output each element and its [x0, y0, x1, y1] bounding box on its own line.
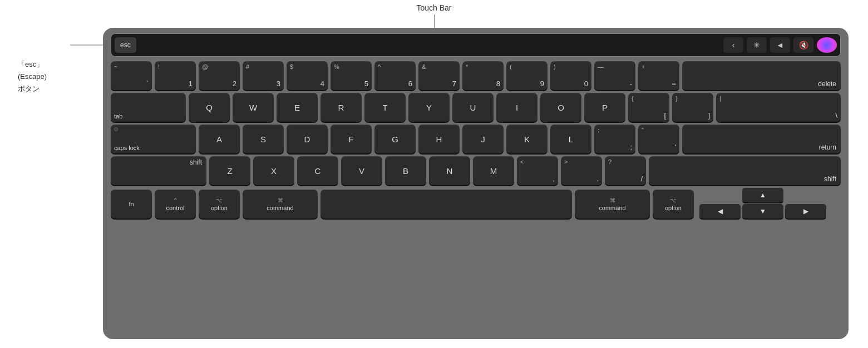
key-a[interactable]: A	[199, 125, 240, 153]
key-equals[interactable]: +=	[638, 61, 679, 90]
key-tab[interactable]: tab	[111, 93, 186, 122]
key-n[interactable]: N	[429, 156, 470, 185]
tb-volume-btn[interactable]: ◄	[770, 37, 790, 53]
key-0[interactable]: )0	[550, 61, 591, 90]
key-w[interactable]: W	[233, 93, 274, 122]
page-container: Touch Bar 「esc」(Escape)ボタン esc ‹ ✳ ◄ 🔇 ~…	[0, 0, 868, 348]
keyboard: esc ‹ ✳ ◄ 🔇 ~` !1 @2 #3 $4 %5 ^6 &7	[103, 28, 849, 339]
zxcv-row: shift Z X C V B N M <, >. ?/ shift	[111, 156, 841, 185]
asdf-row: caps lock A S D F G H J K L :; "' return	[111, 125, 841, 153]
key-return[interactable]: return	[682, 125, 841, 153]
key-m[interactable]: M	[473, 156, 514, 185]
key-close-bracket[interactable]: }]	[672, 93, 713, 122]
key-f[interactable]: F	[331, 125, 372, 153]
key-capslock[interactable]: caps lock	[111, 125, 196, 153]
key-d[interactable]: D	[287, 125, 328, 153]
key-p[interactable]: P	[584, 93, 625, 122]
key-y[interactable]: Y	[408, 93, 450, 122]
key-7[interactable]: &7	[418, 61, 460, 90]
key-option-left[interactable]: ⌥option	[199, 190, 240, 218]
touch-bar: esc ‹ ✳ ◄ 🔇	[111, 33, 841, 57]
key-space[interactable]	[320, 190, 572, 218]
key-k[interactable]: K	[506, 125, 548, 153]
touch-bar-label: Touch Bar	[416, 3, 451, 12]
key-backtick[interactable]: ~`	[111, 61, 152, 90]
key-9[interactable]: (9	[506, 61, 548, 90]
key-o[interactable]: O	[540, 93, 581, 122]
key-semicolon[interactable]: :;	[594, 125, 635, 153]
key-e[interactable]: E	[277, 93, 318, 122]
key-i[interactable]: I	[496, 93, 537, 122]
esc-key[interactable]: esc	[115, 37, 136, 53]
key-arrow-down[interactable]: ▼	[742, 204, 783, 218]
bottom-row: fn ^control ⌥option ⌘command ⌘command ⌥o…	[111, 188, 841, 218]
key-rows: ~` !1 @2 #3 $4 %5 ^6 &7 *8 (9 )0 —- += d…	[111, 61, 841, 218]
key-g[interactable]: G	[374, 125, 416, 153]
tb-siri-btn[interactable]	[817, 37, 837, 53]
arrow-cluster: ▲ ◀ ▼ ▶	[699, 188, 826, 218]
key-r[interactable]: R	[320, 93, 362, 122]
key-x[interactable]: X	[253, 156, 294, 185]
key-backslash[interactable]: |\	[716, 93, 841, 122]
key-s[interactable]: S	[243, 125, 284, 153]
key-quote[interactable]: "'	[638, 125, 679, 153]
key-u[interactable]: U	[452, 93, 494, 122]
key-option-right[interactable]: ⌥option	[653, 190, 694, 218]
tb-brightness-btn[interactable]: ✳	[747, 37, 767, 53]
qwerty-row: tab Q W E R T Y U I O P {[ }] |\	[111, 93, 841, 122]
key-c[interactable]: C	[297, 156, 338, 185]
key-q[interactable]: Q	[189, 93, 230, 122]
tb-chevron-btn[interactable]: ‹	[723, 37, 743, 53]
key-5[interactable]: %5	[331, 61, 372, 90]
key-fn[interactable]: fn	[111, 190, 152, 218]
key-period[interactable]: >.	[561, 156, 602, 185]
key-2[interactable]: @2	[199, 61, 240, 90]
key-8[interactable]: *8	[462, 61, 504, 90]
key-j[interactable]: J	[462, 125, 504, 153]
esc-callout-label: 「esc」(Escape)ボタン	[18, 58, 47, 95]
key-3[interactable]: #3	[243, 61, 284, 90]
key-comma[interactable]: <,	[517, 156, 558, 185]
key-arrow-right[interactable]: ▶	[785, 204, 826, 218]
key-shift-left[interactable]: shift	[111, 156, 206, 185]
key-t[interactable]: T	[364, 93, 406, 122]
key-l[interactable]: L	[550, 125, 591, 153]
key-minus[interactable]: —-	[594, 61, 635, 90]
key-v[interactable]: V	[341, 156, 382, 185]
tb-controls: ‹ ✳ ◄ 🔇	[723, 37, 837, 53]
key-4[interactable]: $4	[287, 61, 328, 90]
key-control[interactable]: ^control	[155, 190, 196, 218]
tb-mute-btn[interactable]: 🔇	[793, 37, 813, 53]
key-command-left[interactable]: ⌘command	[243, 190, 318, 218]
number-row: ~` !1 @2 #3 $4 %5 ^6 &7 *8 (9 )0 —- += d…	[111, 61, 841, 90]
key-command-right[interactable]: ⌘command	[575, 190, 650, 218]
key-b[interactable]: B	[385, 156, 426, 185]
key-delete[interactable]: delete	[682, 61, 841, 90]
key-1[interactable]: !1	[155, 61, 196, 90]
key-h[interactable]: H	[418, 125, 460, 153]
key-open-bracket[interactable]: {[	[628, 93, 669, 122]
key-slash[interactable]: ?/	[605, 156, 646, 185]
key-6[interactable]: ^6	[374, 61, 416, 90]
key-shift-right[interactable]: shift	[649, 156, 841, 185]
key-z[interactable]: Z	[209, 156, 250, 185]
key-arrow-up[interactable]: ▲	[742, 188, 783, 202]
key-arrow-left[interactable]: ◀	[699, 204, 741, 218]
